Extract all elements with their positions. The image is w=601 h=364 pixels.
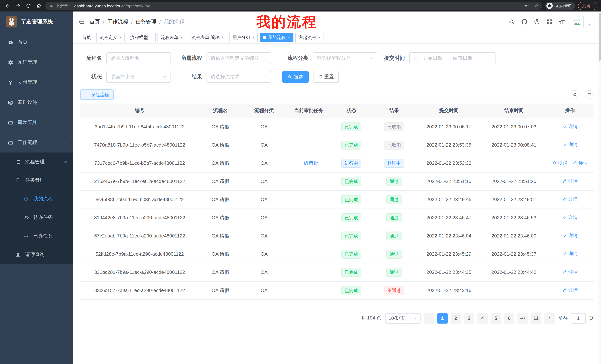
sidebar-item-payment-management[interactable]: ¥支付管理 [0, 72, 73, 92]
text-input[interactable]: 请输入流程名 [106, 52, 171, 64]
scrollbar-thumb[interactable] [599, 13, 601, 61]
filter-label: 流程名 [80, 55, 106, 62]
close-icon[interactable]: × [318, 35, 321, 40]
tab-流程定义[interactable]: 流程定义× [96, 33, 125, 42]
page-ellipsis[interactable]: ••• [517, 313, 528, 323]
text-input[interactable]: 请输入流程定义的编号 [207, 52, 271, 64]
sidebar-item-task-management[interactable]: 任务管理 [0, 171, 73, 190]
select-input[interactable]: 请选择状态 [106, 71, 171, 83]
star-icon[interactable] [534, 3, 539, 8]
security-label[interactable]: 不安全 [56, 3, 68, 9]
pagination-pages: 10条/页123456•••11 [385, 313, 555, 323]
menu-dots-icon[interactable] [591, 3, 595, 8]
prev-page-button[interactable] [424, 313, 434, 323]
page-button-4[interactable]: 4 [477, 313, 488, 323]
close-icon[interactable]: × [252, 35, 255, 40]
page-button-11[interactable]: 11 [531, 313, 541, 323]
tab-流程表单-编辑[interactable]: 流程表单-编辑× [188, 33, 227, 42]
close-icon[interactable]: × [180, 35, 183, 40]
detail-action-link[interactable]: 详情 [573, 160, 588, 166]
detail-action-link[interactable]: 详情 [562, 287, 578, 294]
sidebar-item-todo-tasks[interactable]: 待办任务 [0, 208, 73, 227]
home-icon[interactable] [35, 2, 42, 10]
address-bar[interactable]: 不安全 dashboard.yudao.iocoder.cn/bpm/task/… [45, 2, 542, 10]
tab-流程表单[interactable]: 流程表单× [158, 33, 186, 42]
detail-action-link[interactable]: 详情 [562, 269, 578, 275]
detail-action-link[interactable]: 详情 [562, 233, 578, 239]
tab-发起流程[interactable]: 发起流程× [295, 33, 324, 42]
key-icon[interactable] [524, 3, 529, 8]
page-button-3[interactable]: 3 [464, 313, 474, 323]
avatar[interactable] [571, 15, 583, 28]
task-link[interactable]: 一级审批 [299, 160, 318, 166]
sidebar-item-home[interactable]: 首页 [0, 32, 73, 52]
tab-首页[interactable]: 首页 [79, 33, 94, 42]
cell-category: OA [242, 172, 286, 190]
cell-end-time: 2022-01-23 00:08:41 [481, 136, 546, 154]
hamburger-icon[interactable] [78, 19, 84, 25]
filter-row-1: 流程名请输入流程名所属流程请输入流程定义的编号流程分类请选择流程分类提交时间开始… [80, 52, 594, 64]
daterange-input[interactable]: 开始日期-结束日期 [409, 52, 496, 64]
table-refresh-button[interactable] [585, 90, 594, 99]
page-size-select[interactable]: 10条/页 [385, 313, 421, 323]
cell-actions: 详情 [546, 263, 594, 281]
select-input[interactable]: 请选择流结果 [207, 71, 271, 83]
cancel-action-link[interactable]: 取消 [552, 160, 567, 166]
sidebar-item-dev-tools[interactable]: 研发工具 [0, 112, 73, 133]
close-icon[interactable]: × [150, 35, 152, 40]
sidebar-item-workflow[interactable]: 工作流程 [0, 133, 73, 153]
tab-用户分组[interactable]: 用户分组× [229, 33, 258, 42]
page-button-6[interactable]: 6 [504, 313, 514, 323]
forward-icon[interactable] [14, 2, 21, 10]
create-process-button[interactable]: 发起流程 [80, 89, 114, 100]
caret-down-icon[interactable] [588, 23, 591, 27]
cell-result: 通过 [372, 245, 416, 263]
github-icon[interactable] [521, 19, 528, 25]
back-icon[interactable] [4, 2, 11, 10]
select-input[interactable]: 请选择流程分类 [313, 52, 377, 64]
cell-end-time: 2022-01-23 00:07:03 [481, 118, 546, 136]
sidebar-item-done-tasks[interactable]: 已办任务 [0, 227, 73, 245]
close-icon[interactable]: × [288, 35, 290, 40]
sidebar-item-process-management[interactable]: 流程管理 [0, 153, 73, 171]
page-button-2[interactable]: 2 [451, 313, 461, 323]
cell-submit-time: 2022-01-22 23:53:32 [416, 154, 481, 172]
breadcrumb-item[interactable]: 任务管理 [136, 18, 156, 25]
detail-action-link[interactable]: 详情 [562, 142, 578, 148]
detail-action-link[interactable]: 详情 [562, 124, 578, 130]
page-button-5[interactable]: 5 [491, 313, 501, 323]
chevron-up-icon [63, 140, 68, 144]
sidebar-item-my-processes[interactable]: 我的流程 [0, 190, 73, 208]
fontsize-icon[interactable]: TT [559, 19, 565, 25]
table-search-button[interactable] [571, 90, 580, 99]
sidebar-item-label: 基础设施 [18, 99, 37, 106]
browser-scrollbar[interactable] [598, 11, 601, 364]
sidebar-item-leave-query[interactable]: 请假查询 [0, 245, 73, 264]
sidebar-item-infrastructure[interactable]: 基础设施 [0, 92, 73, 112]
page-button-1[interactable]: 1 [437, 313, 448, 323]
search-icon[interactable] [509, 19, 515, 25]
detail-action-link[interactable]: 详情 [562, 178, 578, 184]
detail-action-link[interactable]: 详情 [562, 214, 578, 221]
fullscreen-icon[interactable] [547, 19, 553, 25]
reset-button[interactable]: 重置 [313, 71, 339, 83]
help-icon[interactable] [534, 19, 540, 25]
url-text[interactable]: dashboard.yudao.iocoder.cn/bpm/task/my [74, 3, 150, 8]
reload-icon[interactable] [25, 2, 32, 10]
breadcrumb-item[interactable]: 首页 [90, 18, 100, 25]
search-button[interactable]: 搜索 [282, 71, 309, 83]
update-button[interactable]: 更新 [578, 2, 597, 10]
tab-流程模型[interactable]: 流程模型× [127, 33, 156, 42]
sidebar-item-system-management[interactable]: 系统管理 [0, 52, 73, 72]
goto-page-input[interactable] [571, 313, 586, 323]
detail-action-link[interactable]: 详情 [562, 251, 578, 257]
next-page-button[interactable] [544, 313, 555, 323]
close-icon[interactable]: × [119, 35, 122, 40]
tab-我的流程[interactable]: 我的流程× [260, 33, 293, 42]
edit-icon [562, 288, 567, 293]
cell-result: 通过 [372, 209, 416, 227]
app-logo[interactable]: 芋道管理系统 [0, 11, 73, 32]
breadcrumb-item[interactable]: 工作流程 [107, 18, 128, 25]
detail-action-link[interactable]: 详情 [562, 196, 578, 203]
close-icon[interactable]: × [221, 35, 224, 40]
